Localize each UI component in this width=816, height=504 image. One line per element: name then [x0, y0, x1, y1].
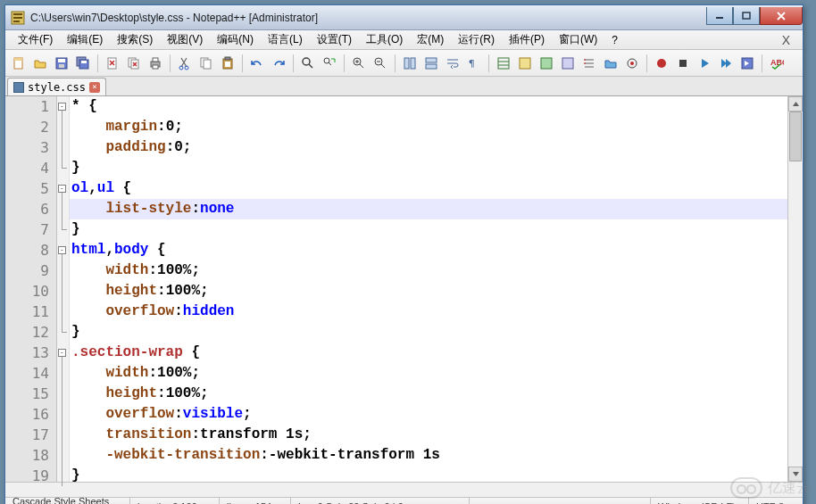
- cut-icon[interactable]: [175, 54, 195, 73]
- undo-icon[interactable]: [247, 54, 267, 73]
- save-icon[interactable]: [52, 54, 71, 73]
- sync-h-icon[interactable]: [421, 54, 441, 73]
- minimize-button[interactable]: [706, 7, 733, 25]
- svg-point-44: [657, 59, 666, 68]
- svg-point-43: [630, 62, 634, 65]
- svg-text:¶: ¶: [469, 58, 475, 70]
- editor: 12345678910111213141516171819 ---- * { m…: [5, 96, 803, 482]
- svg-rect-19: [153, 65, 158, 69]
- stop-macro-icon[interactable]: [673, 54, 693, 73]
- svg-rect-37: [520, 58, 530, 69]
- status-encoding: UTF-8: [749, 498, 803, 504]
- line-number-gutter[interactable]: 12345678910111213141516171819: [5, 96, 57, 482]
- svg-rect-2: [13, 17, 22, 19]
- play-macro-icon[interactable]: [695, 54, 714, 73]
- svg-rect-13: [81, 61, 87, 63]
- menubar-close-icon[interactable]: X: [775, 33, 797, 47]
- svg-rect-38: [541, 58, 552, 69]
- tab-style-css[interactable]: style.css ×: [7, 78, 106, 95]
- svg-rect-5: [743, 12, 750, 19]
- menu-language[interactable]: 语言(L): [261, 30, 310, 49]
- svg-rect-23: [204, 60, 211, 69]
- find-icon[interactable]: [298, 54, 318, 73]
- svg-rect-33: [426, 58, 437, 62]
- replace-icon[interactable]: [320, 54, 339, 73]
- spellcheck-icon[interactable]: ABC: [767, 54, 787, 73]
- scroll-up-icon[interactable]: [788, 96, 803, 112]
- svg-rect-3: [13, 21, 20, 22]
- user-lang-icon[interactable]: [515, 54, 535, 73]
- status-length: length : 3,106: [130, 498, 220, 504]
- show-all-chars-icon[interactable]: ¶: [464, 54, 484, 73]
- redo-icon[interactable]: [269, 54, 288, 73]
- svg-rect-25: [225, 57, 230, 60]
- menu-help[interactable]: ?: [604, 32, 625, 48]
- func-list-icon[interactable]: [579, 54, 599, 73]
- print-icon[interactable]: [146, 54, 165, 73]
- svg-rect-1: [13, 13, 22, 15]
- menu-macro[interactable]: 宏(M): [410, 30, 451, 49]
- vertical-scrollbar[interactable]: [787, 96, 803, 482]
- status-eol: Windows (CR LF): [651, 498, 749, 504]
- wrap-icon[interactable]: [443, 54, 462, 73]
- code-area[interactable]: * { margin:0; padding:0;}ol,ul { list-st…: [70, 96, 787, 482]
- paste-icon[interactable]: [218, 54, 237, 73]
- doc-list-icon[interactable]: [558, 54, 578, 73]
- tabbar: style.css ×: [5, 77, 803, 96]
- open-file-icon[interactable]: [30, 54, 50, 73]
- svg-text:ABC: ABC: [770, 58, 784, 67]
- status-lines: lines : 154: [220, 498, 291, 504]
- menu-settings[interactable]: 设置(T): [310, 30, 359, 49]
- svg-rect-31: [404, 58, 409, 69]
- svg-rect-39: [562, 58, 573, 69]
- save-macro-icon[interactable]: [737, 54, 757, 73]
- scroll-down-icon[interactable]: [788, 467, 803, 482]
- toolbar: ¶ ABC: [5, 50, 803, 77]
- new-file-icon[interactable]: [9, 54, 29, 73]
- svg-rect-10: [59, 64, 64, 68]
- svg-rect-9: [58, 59, 65, 62]
- tab-close-icon[interactable]: ×: [89, 82, 100, 93]
- menu-encoding[interactable]: 编码(N): [210, 30, 261, 49]
- svg-rect-26: [225, 62, 230, 67]
- menu-edit[interactable]: 编辑(E): [60, 30, 110, 49]
- statusbar: Cascade Style Sheets File length : 3,106…: [5, 497, 803, 504]
- svg-point-27: [303, 58, 310, 65]
- copy-icon[interactable]: [196, 54, 216, 73]
- titlebar[interactable]: C:\Users\win7\Desktop\style.css - Notepa…: [5, 5, 803, 30]
- sync-v-icon[interactable]: [400, 54, 420, 73]
- zoom-out-icon[interactable]: [371, 54, 390, 73]
- close-all-icon[interactable]: [124, 54, 144, 73]
- folder-workspace-icon[interactable]: [601, 54, 620, 73]
- menu-tools[interactable]: 工具(O): [359, 30, 410, 49]
- svg-rect-18: [153, 58, 158, 62]
- maximize-button[interactable]: [733, 7, 760, 25]
- fold-gutter[interactable]: ----: [57, 96, 70, 482]
- menu-search[interactable]: 搜索(S): [110, 30, 160, 49]
- scroll-thumb[interactable]: [789, 112, 802, 161]
- horizontal-scrollbar[interactable]: [5, 482, 803, 497]
- menu-plugins[interactable]: 插件(P): [502, 30, 552, 49]
- menubar: 文件(F) 编辑(E) 搜索(S) 视图(V) 编码(N) 语言(L) 设置(T…: [5, 30, 803, 50]
- svg-rect-36: [498, 58, 509, 69]
- file-icon: [13, 82, 24, 93]
- status-position: Ln : 6 Col : 20 Sel : 0 | 0: [291, 498, 470, 504]
- status-filetype: Cascade Style Sheets File: [5, 498, 130, 504]
- menu-view[interactable]: 视图(V): [160, 30, 210, 49]
- close-file-icon[interactable]: [103, 54, 122, 73]
- indent-guide-icon[interactable]: [494, 54, 513, 73]
- zoom-in-icon[interactable]: [349, 54, 369, 73]
- svg-point-40: [584, 59, 586, 61]
- menu-window[interactable]: 窗口(W): [552, 30, 604, 49]
- menu-file[interactable]: 文件(F): [11, 30, 60, 49]
- record-macro-icon[interactable]: [652, 54, 671, 73]
- app-window: C:\Users\win7\Desktop\style.css - Notepa…: [4, 4, 804, 504]
- monitor-icon[interactable]: [622, 54, 642, 73]
- menu-run[interactable]: 运行(R): [451, 30, 502, 49]
- close-button[interactable]: [760, 7, 803, 25]
- play-multi-icon[interactable]: [716, 54, 736, 73]
- app-icon: [11, 11, 25, 25]
- save-all-icon[interactable]: [73, 54, 93, 73]
- svg-rect-32: [411, 58, 415, 69]
- doc-map-icon[interactable]: [537, 54, 556, 73]
